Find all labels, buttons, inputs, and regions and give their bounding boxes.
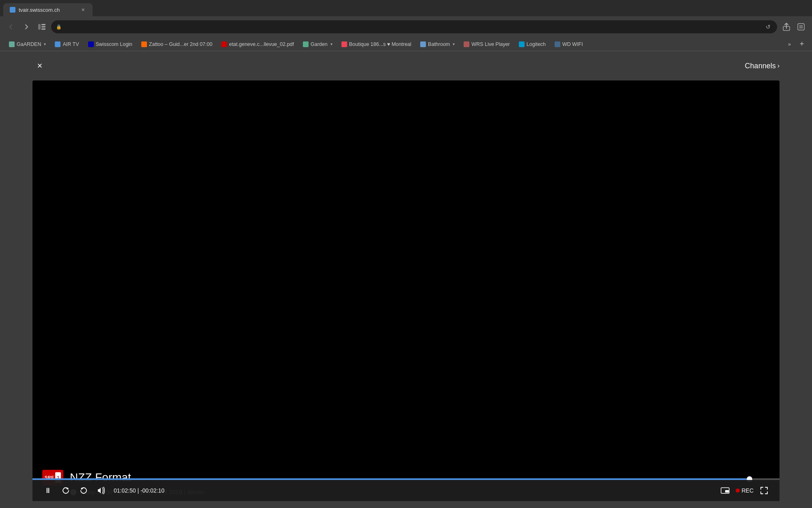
controls-bar: ⏸ xyxy=(32,480,780,501)
bookmark-wdwifi[interactable]: WD WIFI xyxy=(551,39,587,50)
controls-right: REC xyxy=(718,483,771,498)
bookmark-label: Zattoo – Guid...er 2nd 07:00 xyxy=(149,41,212,47)
bookmark-gaarden[interactable]: GaARDEN ▾ xyxy=(5,39,50,50)
bookmark-boutique[interactable]: Boutique 186...s ♥ Montreal xyxy=(337,39,415,50)
bookmark-logitech[interactable]: Logitech xyxy=(515,39,550,50)
close-player-button[interactable]: × xyxy=(32,59,47,73)
bookmarks-bar: GaARDEN ▾ AIR TV Swisscom Login Zattoo –… xyxy=(0,37,812,51)
browser-chrome: tvair.swisscom.ch ✕ 🔒 tvair.swisscom.ch … xyxy=(0,0,812,51)
channels-link[interactable]: Channels › xyxy=(745,62,780,70)
rec-dot xyxy=(736,488,740,493)
reload-button[interactable]: ↺ xyxy=(764,22,772,32)
bookmark-label: etat.geneve.c...llevue_02.pdf xyxy=(229,41,294,47)
bookmark-label: Swisscom Login xyxy=(96,41,132,47)
svg-rect-10 xyxy=(725,490,729,493)
tab-favicon xyxy=(10,7,15,13)
toolbar-right xyxy=(780,21,807,33)
bookmark-favicon xyxy=(464,41,469,47)
new-tab-button[interactable] xyxy=(795,21,807,33)
channels-label: Channels xyxy=(745,62,776,70)
channels-chevron: › xyxy=(777,62,780,69)
share-button[interactable] xyxy=(780,21,793,33)
tab-title: tvair.swisscom.ch xyxy=(19,7,60,13)
fullscreen-button[interactable] xyxy=(757,483,771,498)
dropdown-chevron: ▾ xyxy=(44,42,46,46)
bookmark-label: AIR TV xyxy=(63,41,79,47)
svg-rect-2 xyxy=(41,26,45,28)
player-header: × Channels › xyxy=(32,51,780,80)
bookmark-favicon xyxy=(141,41,147,47)
dropdown-chevron: ▾ xyxy=(330,42,333,46)
bookmark-label: WD WIFI xyxy=(562,41,583,47)
tab-bar: tvair.swisscom.ch ✕ xyxy=(0,0,812,16)
video-player[interactable]: SRF 1 NZZ Format 🕐 Today 23:00 - 23:40 |… xyxy=(32,80,780,501)
rec-button[interactable]: REC xyxy=(736,487,754,494)
bookmark-favicon xyxy=(303,41,309,47)
bookmark-favicon xyxy=(221,41,227,47)
bookmark-swisscom[interactable]: Swisscom Login xyxy=(84,39,136,50)
bookmark-label: Logitech xyxy=(527,41,546,47)
bookmark-favicon xyxy=(9,41,15,47)
bookmark-more-button[interactable]: » xyxy=(785,39,794,50)
bookmark-zattoo[interactable]: Zattoo – Guid...er 2nd 07:00 xyxy=(137,39,216,50)
rec-label: REC xyxy=(741,487,754,494)
toolbar: 🔒 tvair.swisscom.ch ↺ xyxy=(0,16,812,37)
bookmark-label: Garden xyxy=(311,41,328,47)
bookmark-label: Bathroom xyxy=(428,41,450,47)
forward-button[interactable] xyxy=(76,483,91,498)
rewind-button[interactable] xyxy=(58,483,73,498)
lock-icon: 🔒 xyxy=(56,24,62,30)
svg-rect-5 xyxy=(798,24,804,30)
pip-button[interactable] xyxy=(718,483,732,498)
bookmark-favicon xyxy=(519,41,525,47)
url-input[interactable]: tvair.swisscom.ch xyxy=(64,24,762,30)
current-time: 01:02:50 xyxy=(114,487,136,494)
bookmark-wrs[interactable]: WRS Live Player xyxy=(460,39,514,50)
svg-rect-1 xyxy=(41,24,45,25)
bookmark-favicon xyxy=(420,41,426,47)
bookmark-favicon xyxy=(555,41,560,47)
back-button[interactable] xyxy=(5,21,17,33)
bookmark-add-button[interactable]: + xyxy=(797,39,807,50)
bookmark-etat[interactable]: etat.geneve.c...llevue_02.pdf xyxy=(217,39,298,50)
bookmark-garden[interactable]: Garden ▾ xyxy=(299,39,337,50)
player-container: × Channels › SRF 1 NZZ Format 🕐 Tod xyxy=(0,51,812,501)
pause-button[interactable]: ⏸ xyxy=(41,483,55,498)
bookmark-bathroom[interactable]: Bathroom ▾ xyxy=(416,39,459,50)
volume-button[interactable] xyxy=(94,483,109,498)
bookmark-label: WRS Live Player xyxy=(471,41,510,47)
dropdown-chevron: ▾ xyxy=(453,42,455,46)
active-tab[interactable]: tvair.swisscom.ch ✕ xyxy=(3,3,93,16)
bookmark-airtv[interactable]: AIR TV xyxy=(51,39,83,50)
bookmark-favicon xyxy=(341,41,347,47)
time-display: 01:02:50 | -00:02:10 xyxy=(114,487,164,494)
bookmark-favicon xyxy=(55,41,60,47)
tab-close-button[interactable]: ✕ xyxy=(80,7,86,13)
pause-icon: ⏸ xyxy=(44,486,52,495)
bookmark-label: Boutique 186...s ♥ Montreal xyxy=(349,41,411,47)
bookmark-label: GaARDEN xyxy=(17,41,41,47)
remaining-time: -00:02:10 xyxy=(140,487,164,494)
time-sep: | xyxy=(137,487,140,494)
svg-rect-3 xyxy=(41,28,45,30)
bookmark-favicon xyxy=(88,41,94,47)
svg-rect-0 xyxy=(38,24,41,30)
sidebar-button[interactable] xyxy=(36,21,48,33)
forward-button[interactable] xyxy=(20,21,32,33)
address-bar[interactable]: 🔒 tvair.swisscom.ch ↺ xyxy=(51,20,777,33)
